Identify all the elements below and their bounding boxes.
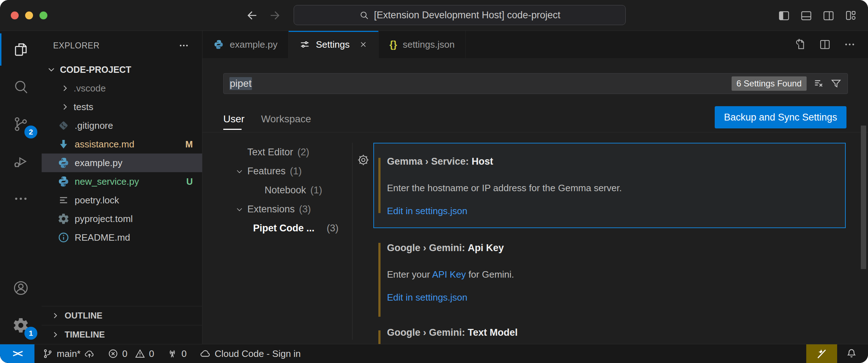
tab-settings[interactable]: Settings xyxy=(289,31,379,58)
settings-sliders-icon xyxy=(299,39,310,50)
tree-item-example-py[interactable]: example.py xyxy=(42,154,202,172)
title-bar: [Extension Development Host] code-projec… xyxy=(0,0,868,31)
lock-file-icon xyxy=(57,194,75,206)
activity-explorer[interactable] xyxy=(0,31,42,68)
chevron-down-icon xyxy=(235,205,247,214)
setting-row-gemma-service-host[interactable]: Gemma › Service: Host Enter the hostname… xyxy=(373,143,846,228)
toggle-secondary-sidebar-icon[interactable] xyxy=(822,9,835,22)
error-icon xyxy=(108,348,118,359)
settings-editor: pipet 6 Settings Found User Work xyxy=(202,58,868,344)
toc-notebook[interactable]: Notebook(1) xyxy=(215,181,352,200)
zoom-window-button[interactable] xyxy=(39,11,47,19)
git-branch-icon xyxy=(42,348,53,359)
backup-sync-settings-button[interactable]: Backup and Sync Settings xyxy=(715,106,846,128)
branch-status-item[interactable]: main* xyxy=(42,348,95,359)
toc-features[interactable]: Features(1) xyxy=(215,162,352,181)
forward-icon[interactable] xyxy=(269,9,281,22)
setting-description: Enter your API Key for Gemini. xyxy=(387,267,832,282)
spark-slash-icon xyxy=(816,348,828,360)
tree-item-assistance-md[interactable]: assistance.md M xyxy=(42,135,202,154)
activity-settings[interactable]: 1 xyxy=(0,307,42,344)
assist-disabled-status-item[interactable] xyxy=(806,344,837,363)
scrollbar-thumb[interactable] xyxy=(861,126,866,269)
window-title: [Extension Development Host] code-projec… xyxy=(374,10,560,21)
api-key-link[interactable]: API Key xyxy=(432,269,466,280)
setting-actions-gear-icon[interactable] xyxy=(357,154,370,166)
explorer-more-actions-icon[interactable] xyxy=(178,40,189,51)
tree-item-tests[interactable]: tests xyxy=(42,98,202,116)
customize-layout-icon[interactable] xyxy=(844,9,857,22)
settings-badge: 1 xyxy=(24,327,37,340)
clear-filters-icon[interactable] xyxy=(813,78,825,89)
tree-item-gitignore[interactable]: .gitignore xyxy=(42,116,202,135)
close-window-button[interactable] xyxy=(11,11,19,19)
edit-in-settings-json-link[interactable]: Edit in settings.json xyxy=(387,204,467,218)
settings-list: Gemma › Service: Host Enter the hostname… xyxy=(373,143,846,344)
window-controls xyxy=(11,0,47,30)
activity-run-debug[interactable] xyxy=(0,143,42,180)
tree-item-poetry-lock[interactable]: poetry.lock xyxy=(42,191,202,209)
json-braces-icon: {} xyxy=(389,39,397,50)
tree-root-code-project[interactable]: CODE-PROJECT xyxy=(42,60,202,79)
activity-source-control[interactable]: 2 xyxy=(0,105,42,143)
scope-tab-workspace[interactable]: Workspace xyxy=(261,106,311,132)
tab-example-py[interactable]: example.py xyxy=(202,31,289,58)
modified-indicator xyxy=(378,158,381,213)
account-icon xyxy=(12,279,29,297)
activity-search[interactable] xyxy=(0,68,42,105)
activity-account[interactable] xyxy=(0,269,42,307)
gear-file-icon xyxy=(57,213,75,225)
explorer-sidebar: EXPLORER CODE-PROJECT .vscode xyxy=(42,31,202,344)
minimize-window-button[interactable] xyxy=(25,11,33,19)
remote-indicator[interactable]: >< xyxy=(0,344,34,363)
toc-extensions[interactable]: Extensions(3) xyxy=(215,200,352,219)
python-file-icon xyxy=(57,157,75,169)
modified-indicator xyxy=(378,330,381,344)
cloud-code-status-item[interactable]: Cloud Code - Sign in xyxy=(200,348,301,359)
problems-status-item[interactable]: 0 0 xyxy=(108,348,154,359)
toggle-primary-sidebar-icon[interactable] xyxy=(778,9,790,22)
toc-pipet-code[interactable]: Pipet Code ...(3) xyxy=(215,219,352,238)
toc-sash[interactable] xyxy=(352,143,353,340)
run-debug-icon xyxy=(12,153,29,170)
activity-bar: 2 xyxy=(0,31,42,344)
toc-text-editor[interactable]: Text Editor(2) xyxy=(215,143,352,162)
chevron-right-icon xyxy=(51,330,60,339)
chevron-down-icon xyxy=(47,65,60,74)
ports-status-item[interactable]: 0 xyxy=(167,348,186,359)
status-bar: >< main* 0 0 0 xyxy=(0,344,868,363)
activity-more[interactable] xyxy=(0,180,42,217)
open-changes-icon[interactable] xyxy=(793,38,806,51)
tree-item-new-service-py[interactable]: new_service.py U xyxy=(42,172,202,191)
back-icon[interactable] xyxy=(246,9,258,22)
setting-row-gemini-api-key[interactable]: Google › Gemini: Api Key Enter your API … xyxy=(373,235,846,325)
divider xyxy=(202,132,868,132)
settings-search-input[interactable]: pipet 6 Settings Found xyxy=(223,73,848,94)
settings-found-badge: 6 Settings Found xyxy=(732,76,807,91)
python-file-icon xyxy=(57,175,75,188)
tree-item-vscode[interactable]: .vscode xyxy=(42,79,202,98)
notifications-bell-icon[interactable] xyxy=(846,348,857,359)
settings-search-value: pipet xyxy=(229,77,252,90)
editor-more-actions-icon[interactable] xyxy=(844,38,856,51)
scope-tab-user[interactable]: User xyxy=(223,106,244,132)
tree-item-readme-md[interactable]: README.md xyxy=(42,228,202,247)
edit-in-settings-json-link[interactable]: Edit in settings.json xyxy=(387,290,467,305)
tree-item-pyproject-toml[interactable]: pyproject.toml xyxy=(42,209,202,228)
outline-section-header[interactable]: OUTLINE xyxy=(42,306,202,325)
toggle-panel-icon[interactable] xyxy=(800,9,813,22)
close-tab-icon[interactable] xyxy=(359,40,368,49)
git-status-badge: U xyxy=(186,176,193,187)
command-center[interactable]: [Extension Development Host] code-projec… xyxy=(294,5,626,25)
info-file-icon xyxy=(57,231,75,244)
setting-description: Enter the hostname or IP address for the… xyxy=(387,181,832,195)
tab-settings-json[interactable]: {} settings.json xyxy=(379,31,466,58)
setting-row-gemini-text-model[interactable]: Google › Gemini: Text Model xyxy=(373,325,846,340)
filter-icon[interactable] xyxy=(830,78,842,89)
timeline-section-header[interactable]: TIMELINE xyxy=(42,325,202,344)
chevron-down-icon xyxy=(235,167,247,176)
markdown-arrow-icon xyxy=(57,138,75,150)
editor-group: example.py Settings {} settings.json xyxy=(202,31,868,344)
split-editor-icon[interactable] xyxy=(818,38,831,51)
scm-badge: 2 xyxy=(24,126,37,138)
